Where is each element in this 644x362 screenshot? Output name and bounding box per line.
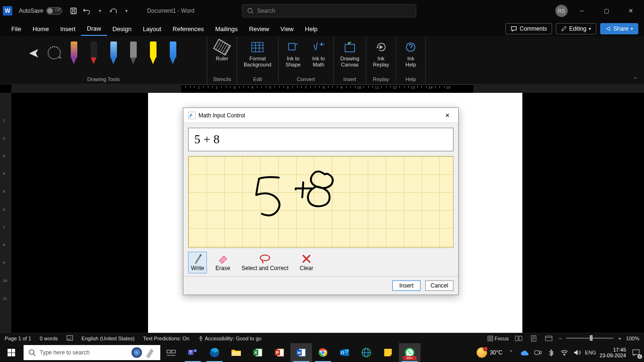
print-layout-icon[interactable]: [528, 334, 539, 343]
accessibility-status[interactable]: Accessibility: Good to go: [198, 336, 262, 341]
lasso-correct-icon: [258, 254, 272, 264]
word-taskbar-icon[interactable]: W: [290, 343, 312, 362]
tab-insert[interactable]: Insert: [55, 23, 82, 35]
tab-home[interactable]: Home: [27, 23, 55, 35]
word-count[interactable]: 0 words: [40, 336, 58, 341]
insert-button[interactable]: Insert: [392, 280, 421, 291]
svg-text:X: X: [254, 350, 257, 355]
browser-icon[interactable]: [355, 343, 377, 362]
drawing-canvas-button[interactable]: Drawing Canvas: [339, 39, 361, 68]
close-button[interactable]: ✕: [620, 4, 641, 18]
spellcheck-icon[interactable]: [66, 335, 73, 342]
web-layout-icon[interactable]: [544, 334, 554, 343]
ruler-icon: [214, 40, 230, 54]
wifi-icon[interactable]: [560, 348, 569, 357]
zoom-out-button[interactable]: −: [559, 336, 561, 341]
notifications-icon[interactable]: 6: [631, 347, 641, 358]
date: 23-09-2024: [600, 353, 626, 358]
onedrive-icon[interactable]: [520, 348, 529, 357]
pen-action[interactable]: [166, 39, 180, 66]
chrome-icon[interactable]: [312, 343, 334, 362]
meet-now-icon[interactable]: [534, 348, 542, 357]
tab-draw[interactable]: Draw: [81, 22, 107, 36]
language-indicator[interactable]: English (United States): [82, 336, 135, 341]
text-predictions[interactable]: Text Predictions: On: [143, 336, 189, 341]
clock[interactable]: 17:45 23-09-2024: [600, 347, 626, 358]
weather-widget[interactable]: 30°C: [477, 347, 503, 358]
ink-to-math-button[interactable]: Ink to Math: [309, 39, 329, 68]
sticky-notes-icon[interactable]: [377, 343, 399, 362]
zoom-slider[interactable]: [566, 337, 613, 339]
select-correct-tool[interactable]: Select and Correct: [239, 252, 291, 273]
language-indicator[interactable]: ENG: [586, 348, 595, 357]
svg-point-44: [564, 354, 565, 355]
zoom-in-button[interactable]: +: [618, 336, 621, 341]
focus-mode[interactable]: Focus: [487, 336, 509, 341]
dialog-close-button[interactable]: ✕: [441, 109, 454, 122]
tab-review[interactable]: Review: [243, 23, 275, 35]
start-button[interactable]: [0, 343, 23, 362]
whatsapp-icon[interactable]: 99+: [399, 343, 421, 362]
ink-to-shape-button[interactable]: Ink to Shape: [283, 39, 303, 68]
clear-tool[interactable]: Clear: [297, 252, 316, 273]
autosave-toggle[interactable]: AutoSave Off: [19, 7, 62, 15]
erase-tool[interactable]: Erase: [213, 252, 233, 273]
pen-gray[interactable]: [126, 39, 140, 66]
search-input[interactable]: Search: [242, 4, 416, 17]
outlook-icon[interactable]: O: [334, 343, 355, 362]
pen-yellow[interactable]: [146, 39, 160, 66]
dialog-titlebar[interactable]: Math Input Control ✕: [183, 108, 458, 123]
tab-file[interactable]: File: [6, 23, 27, 35]
format-background-button[interactable]: Format Background: [242, 39, 273, 68]
ruler-mark: 6: [287, 85, 289, 90]
lasso-tool[interactable]: [47, 39, 61, 66]
excel-icon[interactable]: X: [247, 343, 269, 362]
edge-icon[interactable]: [204, 343, 225, 362]
undo-icon[interactable]: [81, 5, 92, 16]
tab-references[interactable]: References: [167, 23, 209, 35]
svg-point-8: [260, 255, 270, 261]
bluetooth-icon[interactable]: [547, 348, 555, 357]
file-explorer-icon[interactable]: [225, 343, 247, 362]
horizontal-ruler[interactable]: 123456789101112131415: [11, 84, 644, 93]
volume-icon[interactable]: [573, 348, 582, 357]
tab-design[interactable]: Design: [107, 23, 137, 35]
user-avatar[interactable]: RS: [555, 5, 568, 17]
pen-purple[interactable]: [67, 39, 81, 66]
customize-qat-icon[interactable]: ▾: [121, 5, 132, 16]
redo-icon[interactable]: [107, 5, 119, 16]
powerpoint-icon[interactable]: P: [269, 343, 290, 362]
tab-layout[interactable]: Layout: [137, 23, 167, 35]
taskbar-search[interactable]: Type here to search: [24, 345, 160, 360]
pen-red[interactable]: [87, 39, 101, 66]
tab-help[interactable]: Help: [299, 23, 323, 35]
svg-text:T: T: [190, 350, 192, 354]
ink-canvas[interactable]: [188, 156, 454, 248]
maximize-button[interactable]: ▢: [596, 4, 617, 18]
tray-chevron-icon[interactable]: ˄: [507, 348, 516, 357]
read-mode-icon[interactable]: [513, 334, 524, 343]
vertical-ruler[interactable]: 1234567891011: [0, 93, 11, 343]
pen-blue[interactable]: [107, 39, 121, 66]
write-tool[interactable]: Write: [188, 252, 207, 273]
save-icon[interactable]: [68, 5, 79, 16]
collapse-ribbon-icon[interactable]: ⌄: [633, 74, 637, 80]
toggle-switch-icon[interactable]: Off: [46, 7, 62, 15]
chevron-down-icon[interactable]: ▾: [94, 5, 106, 16]
ruler-button[interactable]: Ruler: [212, 39, 232, 63]
ink-replay-button[interactable]: Ink Replay: [371, 39, 391, 68]
minimize-button[interactable]: ─: [571, 4, 592, 18]
tab-view[interactable]: View: [275, 23, 299, 35]
ink-help-button[interactable]: Ink Help: [401, 39, 421, 68]
focus-label: Focus: [495, 336, 509, 341]
editing-mode-button[interactable]: Editing▾: [556, 23, 596, 34]
share-button[interactable]: Share▾: [600, 23, 638, 34]
task-view-icon[interactable]: [160, 343, 182, 362]
select-tool[interactable]: ➤: [27, 39, 41, 66]
cancel-button[interactable]: Cancel: [425, 280, 454, 291]
page-indicator[interactable]: Page 1 of 1: [5, 336, 31, 341]
tab-mailings[interactable]: Mailings: [210, 23, 244, 35]
teams-icon[interactable]: T: [182, 343, 204, 362]
comments-button[interactable]: Comments: [505, 23, 552, 34]
zoom-level[interactable]: 100%: [626, 336, 639, 341]
